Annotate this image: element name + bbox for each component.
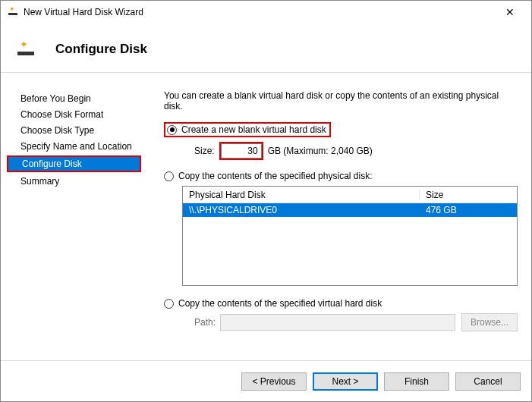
wizard-icon: ✦ [7,6,19,18]
close-icon[interactable]: ✕ [493,2,527,23]
physical-disk-table[interactable]: Physical Hard Disk Size \\.\PHYSICALDRIV… [182,186,518,286]
step-specify-name-location[interactable]: Specify Name and Location [1,140,147,153]
wizard-icon-large: ✦ [14,37,39,61]
finish-button[interactable]: Finish [384,372,449,391]
col-size[interactable]: Size [420,190,517,200]
radio-create-blank[interactable] [167,125,177,135]
browse-button: Browse... [461,313,518,331]
step-configure-disk[interactable]: Configure Disk [8,157,140,171]
size-unit: GB (Maximum: 2,040 GB) [268,146,373,156]
cell-disk: \\.\PHYSICALDRIVE0 [183,205,420,215]
wizard-content: You can create a blank virtual hard disk… [147,78,531,360]
next-button[interactable]: Next > [313,372,378,391]
radio-copy-physical[interactable] [164,171,174,181]
highlight-box: Create a new blank virtual hard disk [164,122,331,137]
cancel-button[interactable]: Cancel [455,372,521,391]
radio-copy-vhd-label: Copy the contents of the specified virtu… [178,298,382,309]
wizard-header: ✦ Configure Disk [1,24,531,72]
highlight-box [219,142,263,160]
path-label: Path: [194,317,216,328]
previous-button[interactable]: < Previous [241,372,307,391]
intro-text: You can create a blank virtual hard disk… [164,90,518,111]
step-choose-disk-format[interactable]: Choose Disk Format [1,108,147,121]
col-physical-disk[interactable]: Physical Hard Disk [183,190,420,200]
size-label: Size: [194,146,215,156]
table-row[interactable]: \\.\PHYSICALDRIVE0 476 GB [183,203,517,217]
window-title: New Virtual Hard Disk Wizard [24,7,143,17]
step-summary[interactable]: Summary [1,174,147,188]
step-before-you-begin[interactable]: Before You Begin [1,92,147,105]
wizard-steps: Before You Begin Choose Disk Format Choo… [1,78,147,360]
wizard-footer: < Previous Next > Finish Cancel [1,360,531,401]
radio-copy-physical-label: Copy the contents of the specified physi… [178,171,372,181]
step-choose-disk-type[interactable]: Choose Disk Type [1,124,147,137]
titlebar: ✦ New Virtual Hard Disk Wizard ✕ [1,1,531,24]
path-input [220,314,455,331]
radio-copy-vhd[interactable] [164,299,174,309]
radio-create-blank-label: Create a new blank virtual hard disk [181,124,326,135]
highlight-box: Configure Disk [7,155,141,172]
size-input[interactable] [221,143,262,159]
page-title: Configure Disk [55,42,147,57]
cell-size: 476 GB [420,205,517,215]
